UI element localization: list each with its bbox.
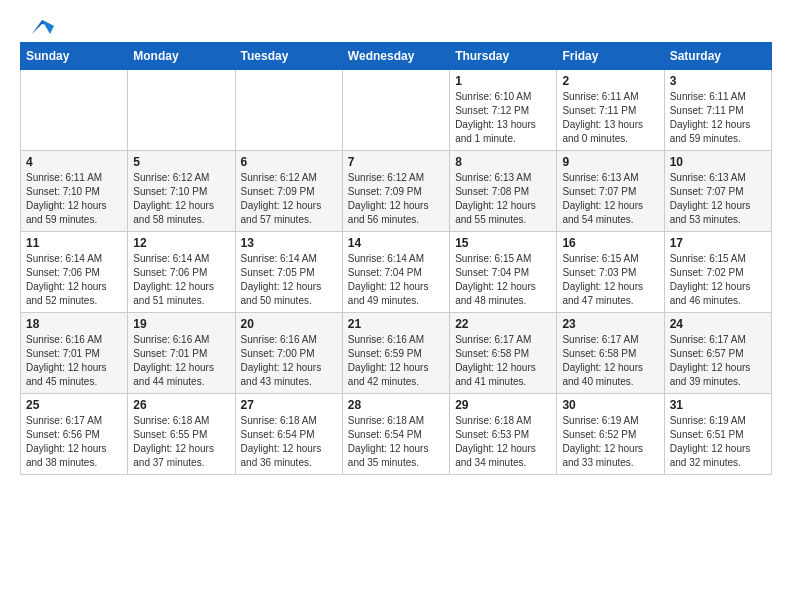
calendar-cell: 21Sunrise: 6:16 AM Sunset: 6:59 PM Dayli… [342, 313, 449, 394]
calendar-cell: 19Sunrise: 6:16 AM Sunset: 7:01 PM Dayli… [128, 313, 235, 394]
day-info: Sunrise: 6:19 AM Sunset: 6:52 PM Dayligh… [562, 414, 658, 470]
day-info: Sunrise: 6:15 AM Sunset: 7:03 PM Dayligh… [562, 252, 658, 308]
svg-marker-1 [42, 20, 54, 34]
calendar-week-row: 25Sunrise: 6:17 AM Sunset: 6:56 PM Dayli… [21, 394, 772, 475]
day-number: 26 [133, 398, 229, 412]
day-info: Sunrise: 6:13 AM Sunset: 7:07 PM Dayligh… [670, 171, 766, 227]
day-info: Sunrise: 6:15 AM Sunset: 7:04 PM Dayligh… [455, 252, 551, 308]
calendar-cell: 5Sunrise: 6:12 AM Sunset: 7:10 PM Daylig… [128, 151, 235, 232]
day-number: 12 [133, 236, 229, 250]
day-info: Sunrise: 6:17 AM Sunset: 6:58 PM Dayligh… [455, 333, 551, 389]
calendar-cell: 13Sunrise: 6:14 AM Sunset: 7:05 PM Dayli… [235, 232, 342, 313]
calendar-cell [342, 70, 449, 151]
day-info: Sunrise: 6:18 AM Sunset: 6:54 PM Dayligh… [241, 414, 337, 470]
day-number: 16 [562, 236, 658, 250]
calendar-cell: 8Sunrise: 6:13 AM Sunset: 7:08 PM Daylig… [450, 151, 557, 232]
day-info: Sunrise: 6:11 AM Sunset: 7:10 PM Dayligh… [26, 171, 122, 227]
calendar-cell: 17Sunrise: 6:15 AM Sunset: 7:02 PM Dayli… [664, 232, 771, 313]
calendar-cell: 7Sunrise: 6:12 AM Sunset: 7:09 PM Daylig… [342, 151, 449, 232]
calendar-cell: 25Sunrise: 6:17 AM Sunset: 6:56 PM Dayli… [21, 394, 128, 475]
calendar-cell: 30Sunrise: 6:19 AM Sunset: 6:52 PM Dayli… [557, 394, 664, 475]
day-info: Sunrise: 6:12 AM Sunset: 7:09 PM Dayligh… [241, 171, 337, 227]
day-info: Sunrise: 6:19 AM Sunset: 6:51 PM Dayligh… [670, 414, 766, 470]
day-info: Sunrise: 6:15 AM Sunset: 7:02 PM Dayligh… [670, 252, 766, 308]
calendar-cell: 23Sunrise: 6:17 AM Sunset: 6:58 PM Dayli… [557, 313, 664, 394]
calendar-cell: 28Sunrise: 6:18 AM Sunset: 6:54 PM Dayli… [342, 394, 449, 475]
day-info: Sunrise: 6:14 AM Sunset: 7:06 PM Dayligh… [133, 252, 229, 308]
day-number: 18 [26, 317, 122, 331]
weekday-header-tuesday: Tuesday [235, 43, 342, 70]
calendar-cell: 2Sunrise: 6:11 AM Sunset: 7:11 PM Daylig… [557, 70, 664, 151]
day-number: 1 [455, 74, 551, 88]
day-number: 15 [455, 236, 551, 250]
day-info: Sunrise: 6:10 AM Sunset: 7:12 PM Dayligh… [455, 90, 551, 146]
day-number: 17 [670, 236, 766, 250]
calendar-cell: 31Sunrise: 6:19 AM Sunset: 6:51 PM Dayli… [664, 394, 771, 475]
calendar-cell: 9Sunrise: 6:13 AM Sunset: 7:07 PM Daylig… [557, 151, 664, 232]
day-number: 3 [670, 74, 766, 88]
day-number: 28 [348, 398, 444, 412]
calendar-cell: 24Sunrise: 6:17 AM Sunset: 6:57 PM Dayli… [664, 313, 771, 394]
calendar-week-row: 1Sunrise: 6:10 AM Sunset: 7:12 PM Daylig… [21, 70, 772, 151]
calendar-cell [235, 70, 342, 151]
day-number: 5 [133, 155, 229, 169]
day-number: 2 [562, 74, 658, 88]
calendar-cell: 27Sunrise: 6:18 AM Sunset: 6:54 PM Dayli… [235, 394, 342, 475]
page-header [20, 20, 772, 32]
calendar-week-row: 18Sunrise: 6:16 AM Sunset: 7:01 PM Dayli… [21, 313, 772, 394]
day-info: Sunrise: 6:18 AM Sunset: 6:53 PM Dayligh… [455, 414, 551, 470]
weekday-header-wednesday: Wednesday [342, 43, 449, 70]
day-info: Sunrise: 6:17 AM Sunset: 6:58 PM Dayligh… [562, 333, 658, 389]
calendar-cell: 22Sunrise: 6:17 AM Sunset: 6:58 PM Dayli… [450, 313, 557, 394]
calendar-cell: 4Sunrise: 6:11 AM Sunset: 7:10 PM Daylig… [21, 151, 128, 232]
day-number: 23 [562, 317, 658, 331]
calendar-cell: 20Sunrise: 6:16 AM Sunset: 7:00 PM Dayli… [235, 313, 342, 394]
calendar-week-row: 11Sunrise: 6:14 AM Sunset: 7:06 PM Dayli… [21, 232, 772, 313]
day-info: Sunrise: 6:14 AM Sunset: 7:04 PM Dayligh… [348, 252, 444, 308]
day-info: Sunrise: 6:12 AM Sunset: 7:09 PM Dayligh… [348, 171, 444, 227]
day-number: 29 [455, 398, 551, 412]
calendar-cell [128, 70, 235, 151]
day-info: Sunrise: 6:16 AM Sunset: 7:01 PM Dayligh… [133, 333, 229, 389]
day-info: Sunrise: 6:18 AM Sunset: 6:55 PM Dayligh… [133, 414, 229, 470]
day-number: 30 [562, 398, 658, 412]
calendar-cell: 1Sunrise: 6:10 AM Sunset: 7:12 PM Daylig… [450, 70, 557, 151]
logo [20, 20, 54, 32]
day-number: 27 [241, 398, 337, 412]
calendar-cell: 15Sunrise: 6:15 AM Sunset: 7:04 PM Dayli… [450, 232, 557, 313]
calendar-cell: 14Sunrise: 6:14 AM Sunset: 7:04 PM Dayli… [342, 232, 449, 313]
day-info: Sunrise: 6:12 AM Sunset: 7:10 PM Dayligh… [133, 171, 229, 227]
calendar-cell: 16Sunrise: 6:15 AM Sunset: 7:03 PM Dayli… [557, 232, 664, 313]
weekday-header-saturday: Saturday [664, 43, 771, 70]
day-number: 19 [133, 317, 229, 331]
weekday-header-sunday: Sunday [21, 43, 128, 70]
day-number: 10 [670, 155, 766, 169]
calendar-week-row: 4Sunrise: 6:11 AM Sunset: 7:10 PM Daylig… [21, 151, 772, 232]
logo-bird-icon [22, 16, 54, 38]
weekday-header-friday: Friday [557, 43, 664, 70]
day-number: 21 [348, 317, 444, 331]
day-info: Sunrise: 6:14 AM Sunset: 7:06 PM Dayligh… [26, 252, 122, 308]
calendar-cell [21, 70, 128, 151]
day-info: Sunrise: 6:17 AM Sunset: 6:56 PM Dayligh… [26, 414, 122, 470]
calendar-cell: 11Sunrise: 6:14 AM Sunset: 7:06 PM Dayli… [21, 232, 128, 313]
calendar-cell: 29Sunrise: 6:18 AM Sunset: 6:53 PM Dayli… [450, 394, 557, 475]
day-number: 20 [241, 317, 337, 331]
day-info: Sunrise: 6:13 AM Sunset: 7:08 PM Dayligh… [455, 171, 551, 227]
day-number: 24 [670, 317, 766, 331]
weekday-header-thursday: Thursday [450, 43, 557, 70]
day-number: 9 [562, 155, 658, 169]
day-info: Sunrise: 6:16 AM Sunset: 7:00 PM Dayligh… [241, 333, 337, 389]
day-info: Sunrise: 6:11 AM Sunset: 7:11 PM Dayligh… [670, 90, 766, 146]
day-number: 7 [348, 155, 444, 169]
day-info: Sunrise: 6:14 AM Sunset: 7:05 PM Dayligh… [241, 252, 337, 308]
calendar-cell: 6Sunrise: 6:12 AM Sunset: 7:09 PM Daylig… [235, 151, 342, 232]
day-number: 31 [670, 398, 766, 412]
day-number: 11 [26, 236, 122, 250]
calendar-cell: 12Sunrise: 6:14 AM Sunset: 7:06 PM Dayli… [128, 232, 235, 313]
day-number: 14 [348, 236, 444, 250]
day-info: Sunrise: 6:16 AM Sunset: 6:59 PM Dayligh… [348, 333, 444, 389]
day-info: Sunrise: 6:18 AM Sunset: 6:54 PM Dayligh… [348, 414, 444, 470]
day-info: Sunrise: 6:17 AM Sunset: 6:57 PM Dayligh… [670, 333, 766, 389]
day-number: 4 [26, 155, 122, 169]
